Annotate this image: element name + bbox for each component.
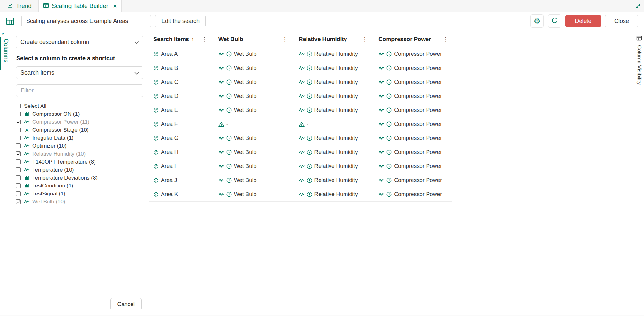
info-icon[interactable] <box>386 93 392 99</box>
checkbox[interactable] <box>16 151 21 156</box>
table-row[interactable]: Area EWet BulbRelative HumidityCompresso… <box>149 103 452 117</box>
info-icon[interactable] <box>226 164 232 169</box>
info-icon[interactable] <box>307 93 312 99</box>
info-icon[interactable] <box>307 65 312 71</box>
table-row[interactable]: Area CWet BulbRelative HumidityCompresso… <box>149 75 452 89</box>
info-icon[interactable] <box>226 65 232 71</box>
collapse-panel-icon[interactable]: « <box>2 31 4 36</box>
sort-ascending-icon[interactable]: ↑ <box>191 36 194 43</box>
info-icon[interactable] <box>226 51 232 57</box>
info-icon[interactable] <box>226 150 232 155</box>
table-row[interactable]: Area HWet BulbRelative HumidityCompresso… <box>149 145 452 159</box>
column-menu-icon[interactable]: ⋮ <box>201 36 208 43</box>
column-item-testcondition-1[interactable]: TestCondition (1) <box>16 182 143 190</box>
table-row[interactable]: Area AWet BulbRelative HumidityCompresso… <box>149 47 452 61</box>
column-item-irregular-data-1[interactable]: Irregular Data (1) <box>16 134 143 142</box>
column-item-compressor-on-1[interactable]: Compressor ON (1) <box>16 110 143 118</box>
info-icon[interactable] <box>307 136 312 141</box>
column-item-relative-humidity-10[interactable]: Relative Humidity (10) <box>16 150 143 158</box>
column-header-search-items[interactable]: Search Items ↑ ⋮ <box>149 32 211 47</box>
column-header-relative-humidity[interactable]: Relative Humidity ⋮ <box>292 32 372 47</box>
tab-label: Trend <box>16 3 32 10</box>
column-item-temperature-10[interactable]: Temperature (10) <box>16 166 143 174</box>
create-descendant-column-select[interactable]: Create descendant column <box>16 36 143 48</box>
info-icon[interactable] <box>386 107 392 113</box>
info-icon[interactable] <box>226 178 232 183</box>
filter-input[interactable] <box>16 84 143 97</box>
column-item-optimizer-10[interactable]: Optimizer (10) <box>16 142 143 150</box>
info-icon[interactable] <box>386 136 392 141</box>
table-row[interactable]: Area GWet BulbRelative HumidityCompresso… <box>149 131 452 145</box>
column-menu-icon[interactable]: ⋮ <box>361 36 368 43</box>
info-icon[interactable] <box>386 178 392 183</box>
info-icon[interactable] <box>307 79 312 85</box>
cell-label: Relative Humidity <box>314 149 358 156</box>
info-icon[interactable] <box>386 164 392 169</box>
column-item-compressor-stage-10[interactable]: ACompressor Stage (10) <box>16 126 143 134</box>
info-icon[interactable] <box>386 121 392 127</box>
info-icon[interactable] <box>307 107 312 113</box>
checkbox[interactable] <box>16 104 21 108</box>
checkbox[interactable] <box>16 136 21 140</box>
checkbox[interactable] <box>16 175 21 180</box>
delete-button[interactable]: Delete <box>565 15 601 27</box>
info-icon[interactable] <box>307 192 312 197</box>
info-icon[interactable] <box>307 150 312 155</box>
column-menu-icon[interactable]: ⋮ <box>282 36 288 43</box>
tab-trend[interactable]: Trend <box>3 0 36 12</box>
signal-cell: Compressor Power <box>371 75 452 89</box>
info-icon[interactable] <box>226 192 232 197</box>
info-icon[interactable] <box>386 150 392 155</box>
warning-icon[interactable] <box>218 122 224 127</box>
columns-rail[interactable]: « Columns <box>0 30 12 315</box>
checkbox[interactable] <box>16 128 21 132</box>
checkbox[interactable] <box>16 199 21 204</box>
column-item-compressor-power-11[interactable]: Compressor Power (11) <box>16 118 143 126</box>
column-header-compressor-power[interactable]: Compressor Power ⋮ <box>371 32 452 47</box>
table-row[interactable]: Area JWet BulbRelative HumidityCompresso… <box>149 173 452 187</box>
column-menu-icon[interactable]: ⋮ <box>443 36 449 43</box>
checkbox[interactable] <box>16 159 21 164</box>
close-button[interactable]: Close <box>605 15 638 27</box>
info-icon[interactable] <box>307 51 312 57</box>
tab-scaling-table-builder[interactable]: Scaling Table Builder × <box>38 0 122 12</box>
column-header-wet-bulb[interactable]: Wet Bulb ⋮ <box>211 32 292 47</box>
close-tab-icon[interactable]: × <box>113 3 117 9</box>
column-item-wet-bulb-10[interactable]: Wet Bulb (10) <box>16 198 143 206</box>
info-icon[interactable] <box>386 51 392 57</box>
table-row[interactable]: Area IWet BulbRelative HumidityCompresso… <box>149 159 452 173</box>
settings-button[interactable]: ⚙ <box>530 14 544 28</box>
info-icon[interactable] <box>307 178 312 183</box>
info-icon[interactable] <box>307 164 312 169</box>
checkbox[interactable] <box>16 120 21 124</box>
warning-icon[interactable] <box>299 122 305 127</box>
column-visibility-rail[interactable]: Column Visibility <box>634 30 644 315</box>
refresh-button[interactable] <box>548 14 561 28</box>
table-row[interactable]: Area KWet BulbRelative HumidityCompresso… <box>149 187 452 202</box>
table-row[interactable]: Area F--Compressor Power <box>149 117 452 131</box>
info-icon[interactable] <box>226 136 232 141</box>
checkbox[interactable] <box>16 183 21 188</box>
column-item-t140opt-temperature-8[interactable]: T140OPT Temperature (8) <box>16 158 143 166</box>
info-icon[interactable] <box>386 192 392 197</box>
edit-search-button[interactable]: Edit the search <box>155 15 206 27</box>
search-item-cell: Area H <box>149 145 211 159</box>
checkbox[interactable] <box>16 191 21 196</box>
checkbox[interactable] <box>16 167 21 172</box>
column-item-testsignal-1[interactable]: TestSignal (1) <box>16 190 143 198</box>
checkbox[interactable] <box>16 143 21 148</box>
search-title-input[interactable] <box>21 15 151 27</box>
info-icon[interactable] <box>226 107 232 113</box>
table-row[interactable]: Area DWet BulbRelative HumidityCompresso… <box>149 89 452 103</box>
column-source-select[interactable]: Search Items <box>16 66 143 79</box>
table-row[interactable]: Area BWet BulbRelative HumidityCompresso… <box>149 61 452 75</box>
info-icon[interactable] <box>386 79 392 85</box>
checkbox[interactable] <box>16 112 21 116</box>
cancel-button[interactable]: Cancel <box>110 298 142 310</box>
info-icon[interactable] <box>386 65 392 71</box>
select-all-item[interactable]: Select All <box>16 102 143 110</box>
info-icon[interactable] <box>226 79 232 85</box>
info-icon[interactable] <box>226 93 232 99</box>
column-item-temperature-deviations-8[interactable]: Temperature Deviations (8) <box>16 174 143 182</box>
expand-icon[interactable] <box>635 3 641 10</box>
